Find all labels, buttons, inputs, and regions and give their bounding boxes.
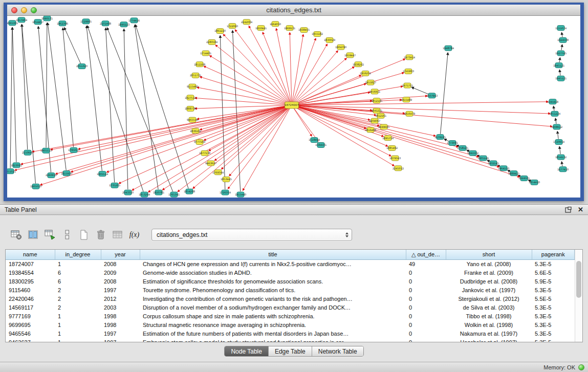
network-node[interactable]: 9115460	[187, 84, 198, 89]
network-node[interactable]: 1879343	[389, 156, 401, 161]
network-node[interactable]: 1948794	[443, 46, 454, 51]
network-node[interactable]: 1518454	[309, 138, 320, 143]
network-node[interactable]: 1904790	[335, 45, 346, 50]
network-node[interactable]: 2150640	[22, 150, 33, 155]
table-row[interactable]: 2242004622012Investigating the contribut…	[6, 294, 575, 303]
table-source-dropdown[interactable]: citations_edges.txt	[151, 229, 352, 241]
network-node[interactable]: 1890223	[118, 22, 129, 27]
network-node[interactable]: 1769344	[212, 170, 224, 175]
network-node[interactable]: 1854132	[555, 155, 567, 160]
network-node[interactable]: 1975751	[402, 83, 413, 88]
network-node[interactable]: 1765341	[168, 192, 180, 197]
network-node[interactable]: 1729905	[80, 19, 92, 24]
network-node[interactable]: 1938455	[298, 28, 310, 33]
column-header-short[interactable]: short	[446, 250, 532, 259]
network-canvas[interactable]: 2065301191740418544572090571196230617299…	[7, 16, 580, 198]
network-node[interactable]: 1950441	[255, 26, 267, 31]
network-node[interactable]: 1889415	[508, 171, 519, 176]
network-node[interactable]: 1456911	[369, 89, 380, 94]
network-node[interactable]: 1962306	[57, 21, 68, 26]
network-node[interactable]: 1677410	[557, 167, 569, 172]
network-node[interactable]: 2101408	[100, 21, 111, 26]
network-node[interactable]: 1851021	[7, 169, 16, 174]
network-node[interactable]: 1726354	[220, 190, 231, 195]
table-row[interactable]: 977716911998Corpus callosum shape and si…	[6, 312, 575, 320]
network-node[interactable]: 1888738	[185, 106, 196, 112]
network-node[interactable]: 1964150	[498, 166, 509, 171]
column-header-out-degree[interactable]: △ out_de…	[406, 250, 446, 259]
network-node[interactable]: 1838202	[353, 62, 364, 67]
network-node[interactable]: 1722060	[227, 24, 238, 29]
row-tools-button[interactable]	[60, 228, 74, 242]
column-header-name[interactable]: name	[6, 250, 55, 259]
column-header-in-degree[interactable]: in_degree	[55, 250, 101, 259]
network-node[interactable]: 2245012	[393, 166, 404, 171]
network-node[interactable]: 1812208	[194, 62, 205, 67]
network-node[interactable]: 1812161	[375, 113, 386, 118]
network-node[interactable]: 1973414	[404, 55, 415, 60]
network-node[interactable]: 2051731	[190, 73, 201, 78]
network-node[interactable]: 1852145	[371, 98, 382, 103]
network-node[interactable]: 1836102	[190, 128, 201, 134]
table-row[interactable]: 1830029562008Estimation of significance …	[6, 277, 575, 286]
float-panel-icon[interactable]	[565, 207, 572, 213]
table-row[interactable]: 1938455462009Genome-wide association stu…	[6, 268, 575, 277]
column-header-pagerank[interactable]: pagerank	[532, 250, 575, 259]
network-node[interactable]: 1664050	[270, 21, 281, 27]
import-table-button[interactable]	[43, 228, 57, 242]
network-node[interactable]: 2242004	[241, 19, 252, 25]
network-node[interactable]: 1959447	[344, 53, 356, 58]
new-document-button[interactable]	[77, 228, 91, 242]
network-node[interactable]: 1584501	[315, 143, 326, 148]
network-node[interactable]: 2260650	[46, 173, 57, 178]
column-header-year[interactable]: year	[101, 250, 140, 259]
network-window-titlebar[interactable]: citations_edges.txt	[7, 5, 580, 16]
network-node[interactable]: 1551074	[555, 26, 567, 31]
network-node[interactable]: 1830029	[324, 37, 335, 42]
network-node[interactable]: 1854410	[529, 180, 540, 185]
network-node[interactable]: 1679195	[434, 135, 446, 140]
network-node[interactable]: 1745803	[403, 69, 414, 74]
network-node[interactable]: 1845121	[553, 63, 564, 68]
table-row[interactable]: 969969511998Structural magnetic resonanc…	[6, 320, 575, 329]
close-panel-icon[interactable]: ✕	[578, 206, 583, 213]
network-node[interactable]: 9465546	[187, 117, 198, 122]
network-node[interactable]: 1774416	[128, 18, 140, 23]
table-row[interactable]: 1456911722003Disruption of a novel membe…	[6, 303, 575, 312]
network-node[interactable]: 1916479	[404, 111, 415, 116]
network-node[interactable]: 1955182	[312, 32, 323, 37]
network-node[interactable]: 1754401	[200, 51, 211, 56]
network-node[interactable]: 1905514	[97, 171, 108, 177]
column-header-title[interactable]: title	[140, 250, 406, 259]
tab-node-table[interactable]: Node Table	[225, 346, 269, 356]
network-node[interactable]: 1853445	[221, 177, 232, 182]
table-row[interactable]: 946362711997Embryonic stem cells: a mode…	[6, 338, 575, 342]
table-row[interactable]: 911546021997Tourette syndrome. Phenomeno…	[6, 286, 575, 294]
zoom-window-icon[interactable]	[31, 7, 37, 13]
network-node[interactable]: 1607943	[426, 93, 438, 98]
network-node[interactable]: 1927745	[555, 51, 567, 56]
network-node[interactable]: 2204067	[369, 118, 380, 123]
network-node[interactable]: 1905513	[40, 148, 52, 153]
network-node[interactable]: 1924501	[518, 176, 530, 181]
network-node[interactable]: 1823001	[11, 163, 22, 168]
network-node[interactable]: 1927512	[185, 95, 196, 100]
network-node[interactable]: 1905146	[477, 156, 489, 161]
network-node[interactable]: 1816468	[365, 127, 376, 133]
table-row[interactable]: 946554611997Estimation of the future num…	[6, 329, 575, 338]
table-row[interactable]: 1872400712008Changes of HCN gene express…	[6, 259, 575, 268]
network-node[interactable]: 1969131	[284, 26, 295, 31]
tab-network-table[interactable]: Network Table	[312, 346, 363, 356]
network-node[interactable]: 1915489	[401, 97, 412, 102]
network-node[interactable]: 1915440	[235, 192, 246, 197]
scrollbar-thumb[interactable]	[576, 261, 581, 298]
network-node[interactable]: 1851224	[549, 111, 560, 116]
network-node[interactable]: 1977138	[199, 150, 210, 156]
network-node[interactable]: 2051320	[76, 64, 88, 69]
network-node[interactable]: 1854208	[184, 189, 195, 194]
minimize-window-icon[interactable]	[21, 7, 27, 13]
network-node[interactable]: 9699695	[378, 124, 389, 129]
function-builder-button[interactable]: f(x)	[127, 228, 141, 242]
network-node[interactable]: 1773091	[447, 141, 458, 146]
network-node[interactable]: 1861220	[214, 29, 226, 34]
